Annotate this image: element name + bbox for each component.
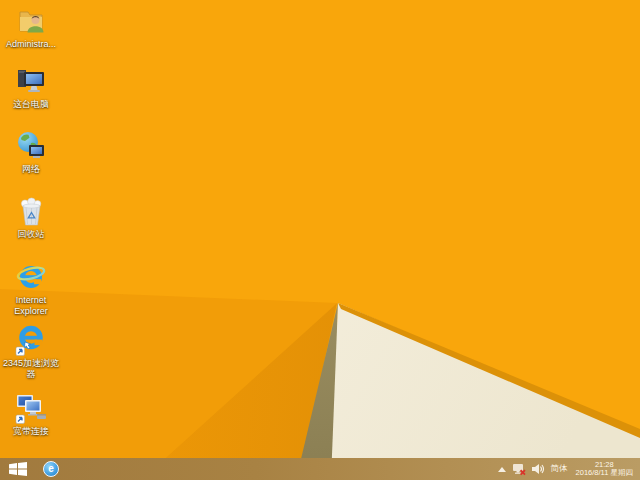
- taskbar-clock[interactable]: 21:28 2016/8/11 星期四: [574, 461, 633, 478]
- network-status-button[interactable]: [512, 463, 526, 476]
- desktop-icon-label: 回收站: [18, 229, 45, 240]
- taskbar: e: [0, 458, 640, 480]
- chevron-up-icon: [498, 467, 506, 472]
- broadband-connection-icon: [14, 391, 48, 425]
- internet-explorer-icon: [14, 260, 48, 294]
- volume-button[interactable]: [532, 463, 545, 475]
- taskbar-pinned-browser[interactable]: e: [36, 458, 66, 480]
- desktop-icon-label: 这台电脑: [13, 99, 49, 110]
- network-disconnected-icon: [512, 463, 526, 476]
- desktop-icon-label: Administra...: [6, 39, 56, 50]
- desktop-icon-label: 宽带连接: [13, 426, 49, 437]
- globe-network-icon: [14, 129, 48, 163]
- desktop-icon-recycle-bin[interactable]: 回收站: [2, 194, 60, 254]
- browser-e-icon: e: [43, 461, 59, 477]
- clock-date: 2016/8/11 星期四: [576, 469, 633, 478]
- desktop-icon-label: 网络: [22, 164, 40, 175]
- windows-logo-icon: [9, 462, 27, 476]
- desktop-icon-network[interactable]: 网络: [2, 129, 60, 189]
- desktop-icon-administrator[interactable]: Administra...: [2, 4, 60, 64]
- desktop-screen: Administra... 这台电脑: [0, 0, 640, 480]
- desktop-icon-broadband[interactable]: 宽带连接: [2, 391, 60, 451]
- desktop-icon-internet-explorer[interactable]: Internet Explorer: [2, 260, 60, 320]
- input-method-indicator[interactable]: 简体: [551, 463, 568, 475]
- 2345-browser-icon: [14, 323, 48, 357]
- recycle-bin-icon: [14, 194, 48, 228]
- desktop-icon-2345-browser[interactable]: 2345加速浏览器: [2, 323, 60, 383]
- computer-icon: [14, 64, 48, 98]
- start-button[interactable]: [0, 458, 36, 480]
- speaker-icon: [532, 463, 545, 475]
- desktop-icon-label: 2345加速浏览器: [2, 358, 60, 379]
- show-hidden-icons-button[interactable]: [498, 467, 506, 472]
- user-folder-icon: [14, 4, 48, 38]
- desktop-icon-this-pc[interactable]: 这台电脑: [2, 64, 60, 124]
- desktop-icon-label: Internet Explorer: [2, 295, 60, 316]
- system-tray: 简体 21:28 2016/8/11 星期四: [498, 458, 640, 480]
